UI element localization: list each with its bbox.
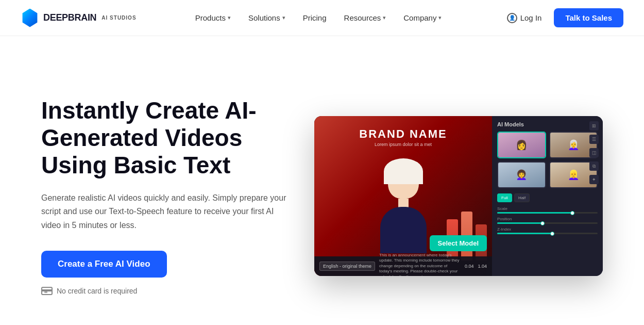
time-end: 1.04	[478, 264, 487, 269]
panel-icon-3[interactable]: ◫	[589, 148, 599, 157]
scale-fill	[497, 212, 572, 214]
position-thumb[interactable]	[540, 221, 545, 225]
scale-thumb[interactable]	[570, 211, 574, 215]
brand-sub-text: Lorem ipsum dolor sit a met	[359, 142, 447, 147]
nav-item-pricing[interactable]: Pricing	[296, 9, 334, 26]
panel-icon-2[interactable]: ☰	[589, 135, 599, 144]
nav-item-company[interactable]: Company ▾	[396, 9, 449, 26]
position-label: Position	[497, 217, 598, 221]
scale-slider-row: Scale	[497, 206, 598, 214]
model-face-1: 👩	[498, 133, 545, 157]
half-control-btn[interactable]: Half	[514, 193, 530, 202]
chevron-down-icon: ▾	[282, 14, 285, 21]
credit-card-icon	[41, 287, 53, 295]
nav-item-products[interactable]: Products ▾	[188, 9, 238, 26]
scale-label: Scale	[497, 206, 598, 211]
chevron-down-icon: ▾	[438, 14, 442, 21]
panel-icon-strip: ⊞ ☰ ◫ ⧉ ✦	[588, 121, 600, 271]
hero-title: Instantly Create AI-Generated Videos Usi…	[41, 97, 309, 179]
scale-track[interactable]	[497, 212, 598, 214]
position-track[interactable]	[497, 222, 598, 224]
hero-description: Generate realistic AI videos quickly and…	[41, 191, 294, 232]
brand-overlay: BRAND NAME Lorem ipsum dolor sit a met	[359, 127, 447, 147]
chevron-down-icon: ▾	[383, 14, 386, 21]
model-grid: 👩 👩‍🦳 👩‍🦱 👱‍♀️	[497, 132, 598, 188]
zindex-track[interactable]	[497, 233, 598, 234]
panel-controls: Full Half	[497, 193, 598, 202]
login-button[interactable]: 👤 Log In	[501, 9, 548, 27]
nav-item-resources[interactable]: Resources ▾	[337, 9, 394, 26]
model-face-3: 👩‍🦱	[498, 163, 545, 187]
brand-name-text: BRAND NAME	[359, 127, 447, 141]
time-start: 0.04	[465, 264, 474, 269]
nav-links: Products ▾ Solutions ▾ Pricing Resources…	[188, 9, 449, 26]
full-control-btn[interactable]: Full	[497, 193, 512, 202]
hero-section: Instantly Create AI-Generated Videos Usi…	[0, 36, 644, 325]
ai-models-panel: AI Models 👩 👩‍🦳 👩‍🦱 👱‍♀️	[492, 116, 603, 276]
language-selector[interactable]: English - original theme	[319, 262, 375, 271]
slider-section: Scale Position Z-Ind	[497, 206, 598, 234]
avatar-face	[388, 163, 419, 199]
panel-icon-4[interactable]: ⧉	[589, 161, 599, 171]
hero-content: Instantly Create AI-Generated Videos Usi…	[41, 97, 309, 295]
logo-brand: DEEPBRAIN	[43, 12, 96, 23]
user-icon: 👤	[507, 13, 517, 23]
model-thumb-1[interactable]: 👩	[497, 132, 546, 158]
panel-icon-1[interactable]: ⊞	[589, 121, 599, 131]
logo[interactable]: DEEPBRAIN AI STUDIOS	[21, 9, 137, 27]
ai-avatar	[372, 163, 434, 255]
nav-item-solutions[interactable]: Solutions ▾	[241, 9, 293, 26]
create-free-video-button[interactable]: Create a Free AI Video	[41, 251, 167, 278]
position-slider-row: Position	[497, 217, 598, 224]
model-thumb-3[interactable]: 👩‍🦱	[497, 161, 546, 188]
panel-title: AI Models	[497, 121, 598, 127]
navbar: DEEPBRAIN AI STUDIOS Products ▾ Solution…	[0, 0, 644, 36]
zindex-thumb[interactable]	[550, 232, 554, 236]
product-demo-mockup: BRAND NAME Lorem ipsum dolor sit a met	[314, 116, 603, 276]
script-text: This is an announcement where today's up…	[379, 253, 461, 276]
position-fill	[497, 222, 543, 224]
avatar-body	[380, 207, 427, 253]
avatar-head	[388, 163, 419, 199]
nav-right: 👤 Log In Talk to Sales	[501, 8, 623, 27]
talk-to-sales-button[interactable]: Talk to Sales	[554, 8, 623, 27]
select-model-button[interactable]: Select Model	[430, 235, 487, 251]
zindex-slider-row: Z-Index	[497, 227, 598, 234]
video-preview-area: BRAND NAME Lorem ipsum dolor sit a met	[314, 116, 492, 276]
logo-sub: AI STUDIOS	[101, 15, 136, 21]
hero-mockup: BRAND NAME Lorem ipsum dolor sit a met	[314, 116, 603, 276]
panel-icon-5[interactable]: ✦	[589, 175, 599, 184]
chevron-down-icon: ▾	[228, 14, 231, 21]
logo-icon	[21, 9, 39, 27]
video-toolbar: English - original theme This is an anno…	[314, 256, 492, 276]
zindex-label: Z-Index	[497, 227, 598, 232]
zindex-fill	[497, 233, 552, 234]
no-credit-card-notice: No credit card is required	[41, 287, 309, 295]
